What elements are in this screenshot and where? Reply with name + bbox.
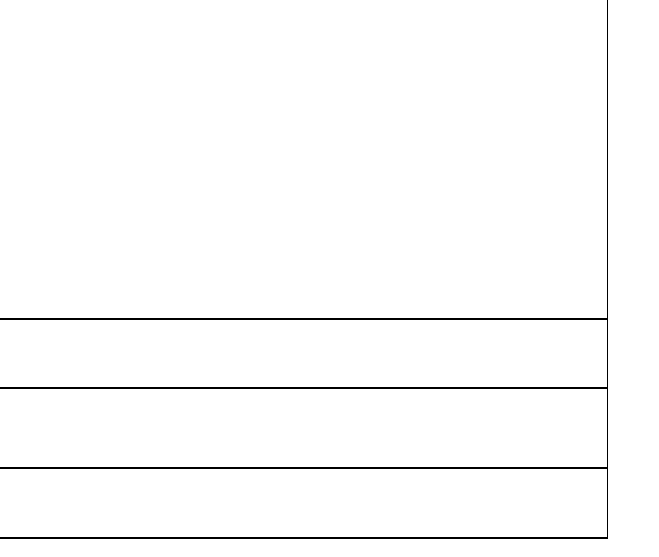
time-axis[interactable] (0, 539, 659, 557)
rsi-chart[interactable] (0, 321, 608, 386)
panel-separator[interactable] (0, 318, 608, 320)
main-chart-panel[interactable] (0, 0, 608, 318)
rsi-panel[interactable] (0, 321, 608, 386)
stochastic-panel[interactable] (0, 389, 608, 467)
chart-window (0, 0, 659, 557)
stochastic-chart[interactable] (0, 389, 608, 467)
price-axis[interactable] (608, 0, 659, 539)
candlestick-chart[interactable] (0, 0, 608, 318)
macd-panel[interactable] (0, 469, 608, 537)
chart-right-border (607, 0, 608, 539)
macd-chart[interactable] (0, 469, 608, 537)
